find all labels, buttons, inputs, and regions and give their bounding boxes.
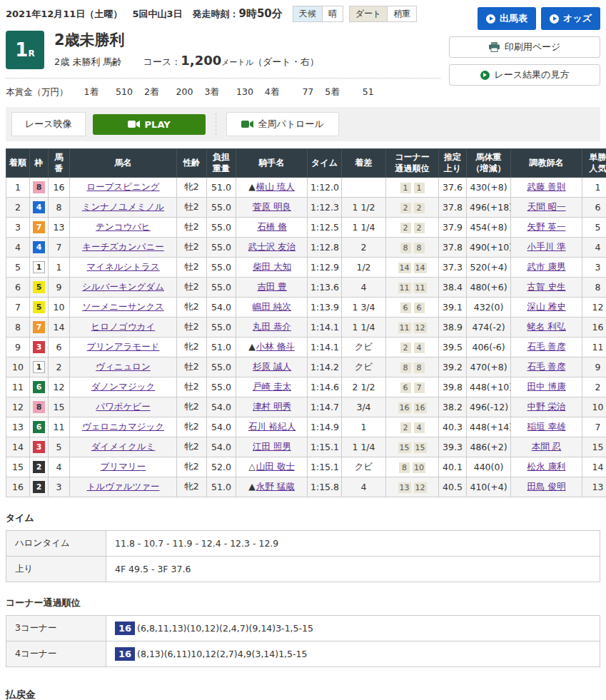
horse-link[interactable]: ダイメイクルミ	[91, 441, 156, 452]
result-row: 10 1 2 ヴィニュロン 牡2 55.0 杉原 誠人 1:14.2 クビ 88…	[6, 357, 606, 377]
odds-button[interactable]: オッズ	[541, 7, 600, 30]
horse-link[interactable]: プリンアラモード	[86, 341, 159, 352]
horse-link[interactable]: ヴィニュロン	[96, 361, 151, 372]
column-header-line1: タイム	[308, 158, 340, 169]
finish-position: 13	[6, 417, 30, 437]
trainer-cell: 武藤 善則	[511, 178, 582, 198]
waku-badge: 1	[33, 261, 45, 273]
jockey-link[interactable]: 柴田 大知	[253, 261, 291, 272]
trainer-link[interactable]: 武市 康男	[527, 261, 566, 272]
finish-position: 14	[6, 437, 30, 457]
trainer-link[interactable]: 中野 栄治	[527, 401, 566, 412]
horse-link[interactable]: シルバーキングダム	[82, 281, 164, 292]
horse-number: 11	[49, 417, 70, 437]
horse-link[interactable]: ミンナノユメミノル	[82, 201, 164, 212]
horse-link[interactable]: ヒロノゴウカイ	[91, 321, 156, 332]
body-weight: 496(-12)	[467, 397, 511, 417]
trainer-link[interactable]: 武藤 善則	[527, 181, 566, 192]
prize-amount: 510	[99, 86, 133, 97]
trainer-link[interactable]: 稲垣 幸雄	[527, 421, 566, 432]
trainer-link[interactable]: 小手川 準	[527, 241, 566, 252]
horse-link[interactable]: ロープスピニング	[86, 181, 159, 192]
horse-link[interactable]: テンコウバヒ	[96, 221, 151, 232]
prize-place: 1着	[84, 86, 99, 98]
trainer-link[interactable]: 田島 俊明	[527, 481, 566, 492]
entries-button[interactable]: 出馬表	[478, 7, 536, 30]
result-row: 3 7 13 テンコウバヒ 牡2 55.0 石橋 脩 1:12.5 1 1/4 …	[6, 218, 606, 238]
jockey-link[interactable]: 嶋田 純次	[253, 301, 291, 312]
trainer-link[interactable]: 矢野 英一	[527, 221, 566, 232]
results-table-body: 1 8 16 ロープスピニング 牝2 51.0 ▲横山 琉人 1:12.0 11…	[6, 178, 606, 497]
trainer-cell: 石毛 善彦	[511, 357, 582, 377]
horse-link[interactable]: ダノンマジック	[91, 381, 156, 392]
guide-button[interactable]: レース結果の見方	[449, 64, 600, 86]
trainer-link[interactable]: 石毛 善彦	[527, 341, 566, 352]
waku-cell: 6	[30, 377, 49, 397]
result-row: 11 6 12 ダノンマジック 牡2 55.0 戸崎 圭太 1:14.6 2 1…	[6, 377, 606, 397]
horse-link[interactable]: ソーメニーサンクス	[82, 301, 164, 312]
jockey-link[interactable]: 丸田 恭介	[253, 321, 291, 332]
trainer-link[interactable]: 深山 雅史	[527, 301, 566, 312]
finish-time: 1:12.3	[308, 198, 342, 218]
finish-time: 1:13.6	[308, 278, 342, 298]
waku-badge: 3	[33, 341, 45, 353]
column-header-line1: 着順	[7, 158, 29, 169]
jockey-link[interactable]: 菅原 明良	[253, 201, 291, 212]
jockey-link[interactable]: 石川 裕紀人	[248, 421, 296, 432]
patrol-button[interactable]: 全周パトロール	[226, 112, 339, 136]
print-button[interactable]: 印刷用ページ	[449, 36, 600, 58]
horse-link[interactable]: キーチズカンパニー	[82, 241, 164, 252]
horse-name-cell: ダノンマジック	[70, 377, 177, 397]
track-value: 稍重	[387, 6, 417, 22]
body-weight: 448(+10)	[467, 377, 511, 397]
horse-link[interactable]: パワポケビー	[96, 401, 150, 412]
margin: 3/4	[342, 397, 386, 417]
jockey-link[interactable]: 永野 猛蔵	[256, 481, 295, 492]
jockey-link[interactable]: 武士沢 友治	[248, 241, 296, 252]
jockey-link[interactable]: 石橋 脩	[257, 221, 286, 232]
horse-link[interactable]: マイネルシトラス	[86, 261, 159, 272]
trainer-link[interactable]: 石毛 善彦	[527, 361, 566, 372]
horse-link[interactable]: トルヴァルツァー	[86, 481, 159, 492]
trainer-link[interactable]: 田中 博康	[527, 381, 566, 392]
jockey-link[interactable]: 杉原 誠人	[253, 361, 291, 372]
play-button[interactable]: PLAY	[93, 114, 206, 135]
jockey-link[interactable]: 山田 敬士	[256, 461, 295, 472]
margin: クビ	[342, 338, 386, 357]
trainer-link[interactable]: 古賀 史生	[527, 281, 566, 292]
jockey-link[interactable]: 江田 照男	[253, 441, 291, 452]
horse-link[interactable]: ヴェロニカマジック	[82, 421, 164, 432]
last-3f: 38.9	[439, 318, 467, 338]
trainer-link[interactable]: 天間 昭一	[527, 201, 566, 212]
entries-button-label: 出馬表	[500, 12, 527, 25]
trainer-link[interactable]: 蛯名 利弘	[527, 321, 566, 332]
margin: 1 1/4	[342, 437, 386, 457]
last-3f: 37.9	[439, 218, 467, 238]
margin: 2	[342, 238, 386, 258]
column-header-line1: 馬	[49, 152, 69, 163]
jockey-link[interactable]: 津村 明秀	[253, 401, 291, 412]
sex-age: 牡2	[177, 278, 207, 298]
finish-time: 1:15.1	[308, 437, 342, 457]
last-time-row: 上り 4F 49.5 - 3F 37.6	[6, 557, 600, 582]
trainer-link[interactable]: 本間 忍	[532, 441, 561, 452]
horse-link[interactable]: プリマリー	[101, 461, 146, 472]
trainer-link[interactable]: 松永 康利	[527, 461, 566, 472]
body-weight: 520(+4)	[467, 258, 511, 278]
last-3f: 38.2	[439, 397, 467, 417]
jockey-link[interactable]: 戸崎 圭太	[253, 381, 291, 392]
jockey-cell: 嶋田 純次	[236, 298, 308, 318]
corner-row: 3コーナー 16(6,8,11,13)(10,12)(2,4,7)(9,14)3…	[6, 616, 600, 641]
last-3f: 39.3	[439, 437, 467, 457]
race-title-block: 2歳未勝利 2歳 未勝利 馬齢 コース：1,200メートル（ダート・右）	[54, 31, 319, 69]
column-header-line1: 単勝	[583, 152, 606, 163]
jockey-link[interactable]: 小林 脩斗	[256, 341, 295, 352]
waku-badge: 1	[33, 361, 45, 373]
corner-position-1: 2	[400, 422, 411, 433]
column-header: 性齢	[177, 149, 207, 178]
carried-weight: 55.0	[207, 318, 236, 338]
jockey-link[interactable]: 吉田 豊	[257, 281, 286, 292]
jockey-link[interactable]: 横山 琉人	[256, 181, 295, 192]
horse-number: 7	[49, 238, 70, 258]
horse-number: 2	[49, 357, 70, 377]
